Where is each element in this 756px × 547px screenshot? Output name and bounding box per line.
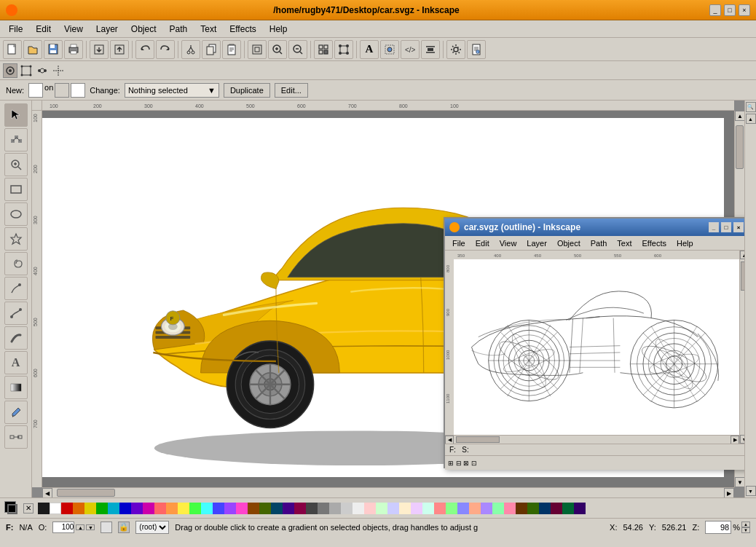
color-swatch-violet[interactable] bbox=[481, 503, 492, 514]
node-tool-btn[interactable] bbox=[380, 40, 399, 59]
color-swatch-brown[interactable] bbox=[248, 503, 259, 514]
document-properties-button[interactable]: i bbox=[467, 40, 486, 59]
color-swatch-ltlime2[interactable] bbox=[446, 503, 457, 514]
snap-others-button[interactable] bbox=[51, 63, 66, 78]
canvas-area[interactable]: 100 200 300 400 500 600 700 800 100 100 … bbox=[32, 101, 744, 497]
color-swatch-navy[interactable] bbox=[539, 503, 551, 514]
ow-scroll-up[interactable]: ▲ bbox=[740, 251, 744, 259]
minimize-button[interactable]: _ bbox=[709, 4, 721, 16]
color-swatch-mint[interactable] bbox=[422, 503, 434, 514]
color-swatch-ltred[interactable] bbox=[154, 503, 166, 514]
color-swatch-olive[interactable] bbox=[259, 503, 271, 514]
lock-btn[interactable]: 🔒 bbox=[118, 522, 130, 533]
color-swatch-lilac[interactable] bbox=[411, 503, 422, 514]
scroll-up-button[interactable]: ▲ bbox=[735, 111, 744, 121]
ow-scroll-thumb-v[interactable] bbox=[741, 261, 744, 291]
rect-tool[interactable] bbox=[4, 178, 28, 201]
menu-view[interactable]: View bbox=[58, 23, 89, 36]
menu-object[interactable]: Object bbox=[125, 23, 162, 36]
save-button[interactable] bbox=[44, 40, 63, 59]
color-swatch-burgundy[interactable] bbox=[551, 503, 562, 514]
opacity-input[interactable] bbox=[52, 522, 74, 533]
color-swatch-chocolate[interactable] bbox=[516, 503, 527, 514]
align-button[interactable] bbox=[421, 40, 440, 59]
color-swatch-cyan[interactable] bbox=[108, 503, 119, 514]
color-swatch-ltgray[interactable] bbox=[329, 503, 341, 514]
color-swatch-salmon[interactable] bbox=[434, 503, 446, 514]
scroll-thumb-v[interactable] bbox=[736, 125, 744, 169]
gradient-tool[interactable] bbox=[4, 376, 28, 399]
scroll-down-button[interactable]: ▼ bbox=[735, 477, 744, 487]
ow-menu-object[interactable]: Object bbox=[553, 238, 585, 248]
ow-menu-file[interactable]: File bbox=[448, 238, 470, 248]
ow-scroll-right[interactable]: ▶ bbox=[731, 436, 739, 444]
color-swatch-green[interactable] bbox=[96, 503, 108, 514]
star-tool[interactable] bbox=[4, 227, 28, 251]
menu-effects[interactable]: Effects bbox=[224, 23, 261, 36]
redo-button[interactable] bbox=[156, 40, 175, 59]
spiral-tool[interactable] bbox=[4, 252, 28, 275]
color-swatch-emerald[interactable] bbox=[562, 503, 574, 514]
scroll-right-button[interactable]: ▶ bbox=[724, 488, 734, 497]
ow-scroll-thumb-h[interactable] bbox=[456, 436, 500, 443]
color-swatch-apricot[interactable] bbox=[469, 503, 481, 514]
color-swatch-ltyellow[interactable] bbox=[178, 503, 189, 514]
menu-edit[interactable]: Edit bbox=[30, 23, 57, 36]
new-geo-button2[interactable] bbox=[55, 83, 69, 98]
color-swatch-maroon[interactable] bbox=[294, 503, 306, 514]
color-swatch-black[interactable] bbox=[38, 503, 50, 514]
color-swatch-lighter-gray[interactable] bbox=[341, 503, 353, 514]
menu-help[interactable]: Help bbox=[264, 23, 294, 36]
snap-bbox-button[interactable] bbox=[19, 63, 34, 78]
color-swatch-nearwhite[interactable] bbox=[353, 503, 364, 514]
snap-nodes-button[interactable] bbox=[35, 63, 50, 78]
connector-tool[interactable] bbox=[4, 425, 28, 449]
opacity-up[interactable]: ▲ bbox=[76, 524, 84, 530]
ow-scroll-down[interactable]: ▼ bbox=[740, 435, 744, 444]
color-swatch-yellow[interactable] bbox=[84, 503, 96, 514]
dropper-tool[interactable] bbox=[4, 401, 28, 424]
color-swatch-ltlime[interactable] bbox=[376, 503, 387, 514]
ow-menu-text[interactable]: Text bbox=[613, 238, 636, 248]
color-swatch-lavender[interactable] bbox=[387, 503, 399, 514]
color-swatch-purple[interactable] bbox=[131, 503, 143, 514]
outline-window-titlebar[interactable]: car.svgz (outline) - Inkscape _ □ × bbox=[445, 219, 744, 236]
ow-menu-effects[interactable]: Effects bbox=[638, 238, 671, 248]
horizontal-scrollbar[interactable]: ◀ ▶ bbox=[42, 487, 734, 497]
snap-page-btn[interactable]: 🔍 bbox=[746, 102, 756, 112]
ow-menu-view[interactable]: View bbox=[495, 238, 521, 248]
edit-button[interactable]: Edit... bbox=[275, 83, 308, 98]
outline-minimize-button[interactable]: _ bbox=[709, 222, 719, 232]
ow-scroll-left[interactable]: ◀ bbox=[445, 436, 454, 444]
export-button[interactable] bbox=[110, 40, 129, 59]
zoom-up-btn[interactable]: ▲ bbox=[741, 522, 750, 527]
maximize-button[interactable]: □ bbox=[724, 4, 736, 16]
undo-button[interactable] bbox=[135, 40, 154, 59]
color-swatch-white[interactable] bbox=[50, 503, 61, 514]
duplicate-button[interactable]: Duplicate bbox=[224, 83, 270, 98]
color-swatch-magenta[interactable] bbox=[143, 503, 154, 514]
paste-button[interactable] bbox=[222, 40, 241, 59]
zoom-input[interactable] bbox=[705, 521, 731, 534]
open-button[interactable] bbox=[23, 40, 42, 59]
ow-menu-edit[interactable]: Edit bbox=[471, 238, 494, 248]
outline-close-button[interactable]: × bbox=[733, 222, 744, 232]
opacity-down[interactable]: ▼ bbox=[86, 524, 95, 530]
color-swatch-red[interactable] bbox=[61, 503, 73, 514]
menu-text[interactable]: Text bbox=[194, 23, 222, 36]
zoom-in-button[interactable] bbox=[268, 40, 287, 59]
cut-button[interactable] bbox=[181, 40, 200, 59]
menu-layer[interactable]: Layer bbox=[90, 23, 124, 36]
menu-file[interactable]: File bbox=[3, 23, 28, 36]
color-swatch-dkgray[interactable] bbox=[306, 503, 318, 514]
preferences-button[interactable] bbox=[446, 40, 465, 59]
layer-select[interactable]: (root) bbox=[135, 521, 169, 534]
color-swatch-ltcyan[interactable] bbox=[201, 503, 213, 514]
color-swatch-periwinkle[interactable] bbox=[457, 503, 469, 514]
ow-scrollbar-v[interactable]: ▲ ▼ bbox=[739, 251, 744, 444]
close-button[interactable]: × bbox=[739, 4, 750, 16]
scroll-left-button[interactable]: ◀ bbox=[42, 488, 52, 497]
scroll-thumb-h[interactable] bbox=[57, 489, 115, 497]
bezier-tool[interactable] bbox=[4, 302, 28, 325]
zoom-down-btn[interactable]: ▼ bbox=[741, 527, 750, 533]
